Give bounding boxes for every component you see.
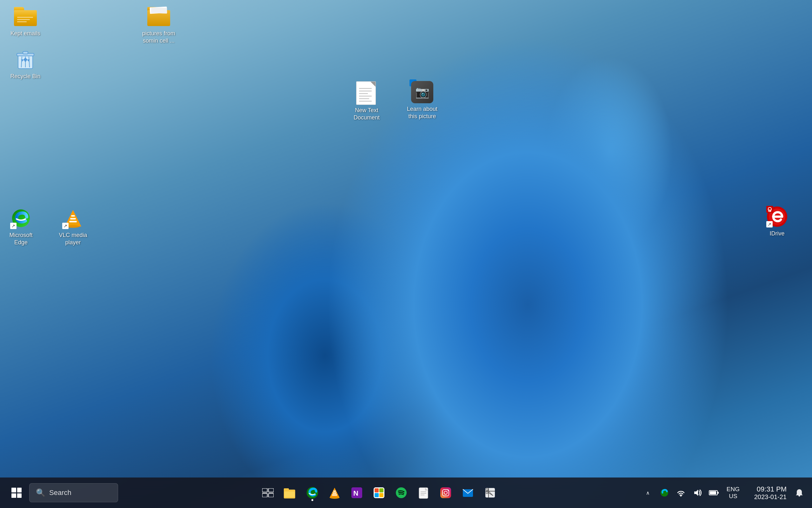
tray-notifications-button[interactable] [792, 485, 807, 500]
svg-rect-36 [375, 493, 379, 497]
desktop: Kept emails pictures from somin cell ... [0, 0, 812, 508]
svg-rect-37 [379, 493, 383, 497]
taskbar-edge[interactable] [302, 482, 323, 503]
svg-point-17 [769, 211, 770, 212]
shortcut-arrow-idrive: ↗ [766, 221, 773, 227]
desktop-icon-microsoft-edge[interactable]: ↗ Microsoft Edge [2, 205, 40, 248]
svg-rect-35 [379, 488, 383, 493]
svg-rect-59 [717, 492, 719, 494]
desktop-icon-pictures-somin[interactable]: pictures from somin cell ... [140, 3, 178, 47]
taskbar-left: 🔍 Search [0, 482, 118, 503]
taskbar-snip-sketch[interactable] [480, 482, 500, 503]
idrive-desktop-icon: ↗ [766, 205, 789, 228]
desktop-icon-learn-about-picture[interactable]: ✓ 📷 Learn about this picture [403, 79, 441, 122]
svg-point-30 [330, 497, 339, 499]
svg-rect-9 [69, 221, 77, 222]
pictures-somin-label: pictures from somin cell ... [142, 30, 176, 45]
svg-rect-2 [23, 51, 28, 54]
windows-logo [11, 488, 21, 498]
language-code: ENG [727, 486, 739, 493]
language-region: US [729, 493, 737, 500]
taskbar-mail[interactable] [458, 482, 478, 503]
svg-rect-20 [262, 494, 267, 497]
taskbar-vlc[interactable] [324, 482, 345, 503]
taskbar-spotify[interactable] [391, 482, 412, 503]
svg-rect-21 [269, 494, 274, 497]
svg-rect-29 [333, 491, 336, 492]
taskbar-task-view[interactable] [258, 482, 278, 503]
tray-wifi-icon[interactable] [673, 485, 688, 500]
search-label: Search [49, 489, 71, 497]
svg-rect-10 [70, 218, 76, 219]
svg-rect-34 [375, 488, 379, 493]
desktop-icon-idrive[interactable]: ↗ IDrive [758, 203, 796, 239]
svg-rect-11 [71, 215, 75, 217]
system-tray: ∧ [640, 485, 721, 500]
svg-marker-57 [694, 490, 698, 496]
tray-volume-icon[interactable] [690, 485, 705, 500]
taskbar-onenote[interactable]: N [347, 482, 367, 503]
search-icon: 🔍 [36, 488, 45, 497]
svg-rect-28 [333, 493, 336, 494]
svg-point-56 [680, 495, 681, 497]
clock-time: 09:31 PM [757, 485, 786, 494]
taskbar-file-explorer[interactable] [280, 482, 300, 503]
recycle-bin-label: Recycle Bin [10, 73, 40, 80]
desktop-icon-new-text-document[interactable]: New Text Document [347, 80, 386, 124]
camera-symbol: 📷 [415, 85, 429, 99]
tray-overflow-button[interactable]: ∧ [640, 485, 656, 500]
new-text-document-label: New Text Document [349, 107, 384, 122]
svg-rect-60 [710, 491, 716, 494]
learn-about-picture-label: Learn about this picture [405, 105, 439, 120]
taskbar-instagram[interactable] [435, 482, 456, 503]
idrive-desktop-label: IDrive [769, 230, 784, 237]
microsoft-edge-desktop-label: Microsoft Edge [4, 231, 38, 247]
svg-rect-24 [284, 492, 295, 497]
recycle-bin-icon [14, 48, 37, 71]
shortcut-arrow-edge: ↗ [10, 223, 16, 229]
vlc-desktop-icon: ↗ [61, 207, 85, 230]
vlc-desktop-label: VLC media player [56, 231, 90, 247]
clock-date: 2023-01-21 [754, 494, 786, 501]
search-bar[interactable]: 🔍 Search [29, 483, 118, 502]
learn-about-picture-icon: ✓ 📷 [411, 81, 434, 103]
taskbar-microsoft-store[interactable] [369, 482, 389, 503]
svg-point-46 [447, 490, 449, 491]
taskbar-notepad[interactable] [413, 482, 434, 503]
svg-rect-23 [284, 488, 289, 491]
microsoft-edge-desktop-icon: ↗ [9, 207, 32, 230]
tray-ms-edge-sync[interactable] [657, 485, 672, 500]
language-selector[interactable]: ENG US [724, 484, 742, 501]
desktop-icon-kept-emails[interactable]: Kept emails [6, 3, 44, 39]
kept-emails-icon [14, 5, 37, 28]
svg-rect-43 [440, 488, 451, 498]
taskbar-right: ∧ [640, 484, 812, 502]
shortcut-arrow-vlc: ↗ [62, 223, 68, 229]
taskbar: 🔍 Search [0, 477, 812, 508]
start-button[interactable] [6, 482, 27, 503]
pictures-somin-icon [147, 5, 170, 28]
svg-rect-19 [269, 488, 274, 492]
svg-point-12 [67, 225, 79, 228]
clock-area[interactable]: 09:31 PM 2023-01-21 [745, 484, 789, 502]
svg-rect-27 [332, 494, 337, 496]
new-text-document-icon [355, 82, 378, 105]
svg-rect-18 [262, 488, 267, 492]
tray-battery-icon[interactable] [706, 485, 721, 500]
kept-emails-label: Kept emails [10, 30, 40, 37]
edge-notif-dot [312, 499, 313, 501]
desktop-icon-vlc[interactable]: ↗ VLC media player [54, 205, 92, 248]
desktop-icon-recycle-bin[interactable]: Recycle Bin [6, 46, 44, 82]
svg-text:N: N [353, 489, 359, 497]
taskbar-center: N [118, 482, 640, 503]
